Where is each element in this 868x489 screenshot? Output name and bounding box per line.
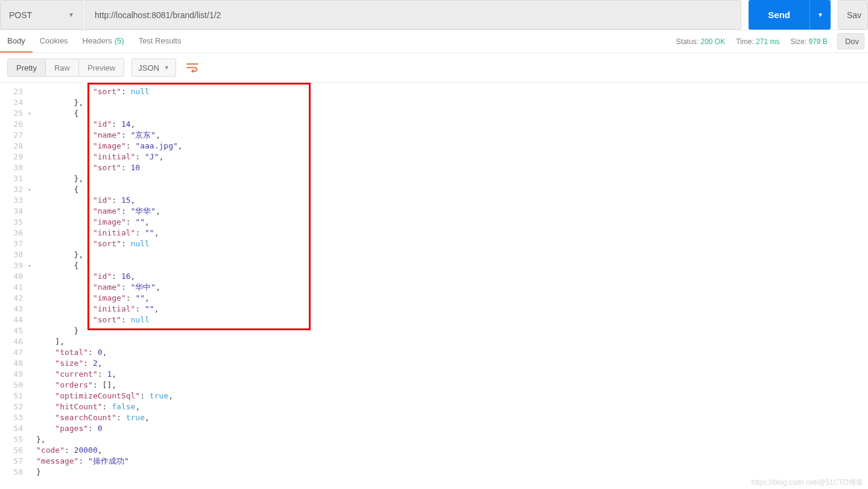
code-line: 24 }, [0, 97, 868, 108]
line-number: 46 [0, 336, 28, 347]
fold-toggle [28, 380, 36, 391]
fold-toggle [28, 228, 36, 238]
headers-count: (5) [115, 36, 124, 45]
line-number: 29 [0, 152, 28, 162]
fold-toggle [28, 195, 36, 206]
code-text: "name": "华中", [36, 282, 160, 293]
line-number: 50 [0, 380, 28, 391]
view-pretty[interactable]: Pretty [8, 59, 46, 76]
format-select[interactable]: JSON ▼ [131, 59, 176, 77]
size-value: 979 B [809, 37, 828, 46]
line-number: 27 [0, 130, 28, 141]
fold-toggle [28, 173, 36, 184]
code-text: "message": "操作成功" [36, 456, 129, 467]
tab-test-results[interactable]: Test Results [131, 30, 189, 53]
send-group: Send ▼ [749, 0, 831, 30]
fold-toggle [28, 412, 36, 423]
method-select[interactable]: POST ▼ [0, 0, 83, 30]
code-text: ], [36, 336, 65, 347]
line-number: 43 [0, 304, 28, 315]
status-group: Status: 200 OK [676, 37, 725, 46]
tab-body[interactable]: Body [0, 30, 33, 53]
save-button[interactable]: Sav [838, 0, 868, 30]
code-line: 33 "id": 15, [0, 195, 868, 206]
tab-cookies[interactable]: Cookies [33, 30, 75, 53]
code-text: }, [36, 97, 83, 108]
url-input[interactable]: http://localhost:8081/brand/list/1/2 [84, 0, 741, 30]
fold-toggle [28, 238, 36, 249]
send-button[interactable]: Send [749, 0, 809, 30]
code-line: 51 "optimizeCountSql": true, [0, 391, 868, 401]
size-group: Size: 979 B [790, 37, 827, 46]
response-body[interactable]: 23 "sort": null24 },25▾ {26 "id": 14,27 … [0, 82, 868, 489]
line-number: 30 [0, 162, 28, 173]
code-line: 31 }, [0, 173, 868, 184]
fold-toggle [28, 445, 36, 456]
code-line: 36 "initial": "", [0, 228, 868, 238]
line-number: 33 [0, 195, 28, 206]
code-line: 49 "current": 1, [0, 369, 868, 380]
line-number: 49 [0, 369, 28, 380]
code-line: 48 "size": 2, [0, 358, 868, 369]
code-text: } [36, 467, 41, 478]
download-button[interactable]: Dov [837, 33, 864, 50]
line-number: 54 [0, 423, 28, 434]
fold-toggle[interactable]: ▾ [28, 184, 36, 195]
fold-toggle [28, 97, 36, 108]
code-line: 30 "sort": 10 [0, 162, 868, 173]
fold-toggle[interactable]: ▾ [28, 260, 36, 271]
fold-toggle [28, 358, 36, 369]
fold-toggle [28, 162, 36, 173]
fold-toggle [28, 325, 36, 336]
line-number: 28 [0, 141, 28, 152]
code-text: "orders": [], [36, 380, 116, 391]
method-label: POST [9, 10, 32, 20]
viewer-controls: Pretty Raw Preview JSON ▼ [0, 53, 868, 78]
tab-headers[interactable]: Headers (5) [75, 30, 131, 53]
code-line: 50 "orders": [], [0, 380, 868, 391]
code-line: 26 "id": 14, [0, 119, 868, 130]
view-raw[interactable]: Raw [46, 59, 79, 76]
fold-toggle [28, 304, 36, 315]
code-text: "image": "", [36, 217, 150, 228]
response-tabs: Body Cookies Headers (5) Test Results [0, 30, 188, 53]
fold-toggle [28, 206, 36, 217]
url-text: http://localhost:8081/brand/list/1/2 [95, 10, 221, 20]
code-text: "hitCount": false, [36, 401, 140, 412]
status-value: 200 OK [701, 37, 726, 46]
line-number: 52 [0, 401, 28, 412]
code-text: "sort": null [36, 315, 150, 325]
view-preview[interactable]: Preview [79, 59, 124, 76]
fold-toggle[interactable]: ▾ [28, 108, 36, 119]
code-text: { [36, 184, 78, 195]
code-text: "searchCount": true, [36, 412, 150, 423]
code-line: 56"code": 20000, [0, 445, 868, 456]
code-text: "image": "aaa.jpg", [36, 141, 183, 152]
response-meta: Status: 200 OK Time: 271 ms Size: 979 B [676, 37, 828, 46]
code-text: }, [36, 173, 83, 184]
send-dropdown-button[interactable]: ▼ [809, 0, 831, 30]
code-text: }, [36, 434, 46, 445]
code-text: "id": 16, [36, 271, 135, 282]
line-number: 48 [0, 358, 28, 369]
line-number: 58 [0, 467, 28, 478]
code-text: "code": 20000, [36, 445, 103, 456]
code-line: 37 "sort": null [0, 238, 868, 249]
fold-toggle [28, 130, 36, 141]
code-line: 58} [0, 467, 868, 478]
line-number: 55 [0, 434, 28, 445]
code-line: 23 "sort": null [0, 86, 868, 97]
code-text: "initial": "", [36, 304, 159, 315]
code-line: 28 "image": "aaa.jpg", [0, 141, 868, 152]
code-line: 46 ], [0, 336, 868, 347]
request-bar: POST ▼ http://localhost:8081/brand/list/… [0, 0, 868, 30]
line-number: 32 [0, 184, 28, 195]
wrap-lines-icon[interactable] [183, 59, 201, 77]
line-number: 37 [0, 238, 28, 249]
fold-toggle [28, 315, 36, 325]
line-number: 45 [0, 325, 28, 336]
line-number: 25 [0, 108, 28, 119]
code-text: "initial": "J", [36, 152, 163, 162]
code-line: 47 "total": 0, [0, 347, 868, 358]
line-number: 51 [0, 391, 28, 401]
